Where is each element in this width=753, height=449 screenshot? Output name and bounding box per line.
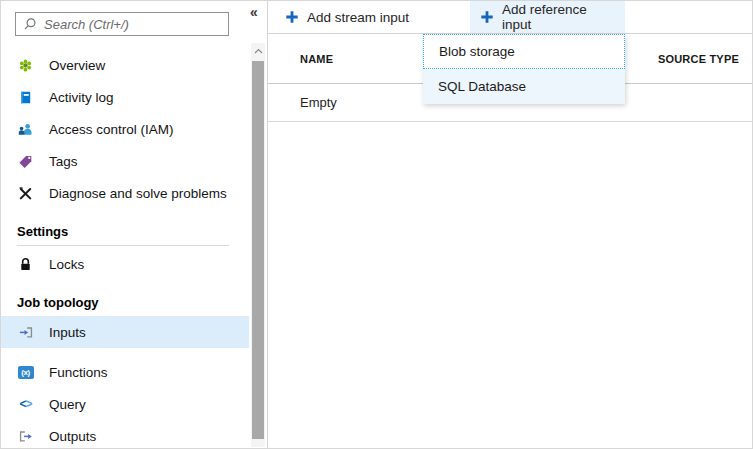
- sidebar-item-inputs[interactable]: Inputs: [1, 316, 249, 348]
- nav-spacer: [1, 348, 249, 356]
- activity-log-icon: [17, 89, 34, 105]
- output-arrow-icon: [17, 428, 34, 444]
- sidebar-item-query[interactable]: <> Query: [1, 388, 249, 420]
- add-reference-input-button[interactable]: Add reference input: [470, 1, 625, 33]
- search-icon: [23, 17, 37, 31]
- sidebar-item-label: Access control (IAM): [49, 122, 174, 137]
- sidebar-item-overview[interactable]: Overview: [1, 49, 249, 81]
- people-icon: [17, 121, 34, 137]
- plus-icon: [480, 10, 494, 24]
- search-input[interactable]: [44, 17, 221, 32]
- sidebar-nav: Overview Activity log: [1, 49, 249, 449]
- section-divider: [17, 245, 229, 246]
- sidebar-item-access-control[interactable]: Access control (IAM): [1, 113, 249, 145]
- command-bar: Add stream input Add reference input: [268, 1, 752, 34]
- menu-item-blob-storage[interactable]: Blob storage: [423, 34, 625, 69]
- input-arrow-icon: [17, 324, 34, 340]
- sidebar-item-label: Activity log: [49, 90, 114, 105]
- tag-icon: [17, 153, 34, 169]
- sidebar-item-label: Functions: [49, 365, 108, 380]
- sidebar-item-label: Overview: [49, 58, 105, 73]
- add-stream-input-button[interactable]: Add stream input: [273, 1, 470, 33]
- add-stream-input-label: Add stream input: [307, 10, 409, 25]
- column-header-source-type: SOURCE TYPE: [658, 53, 739, 65]
- sidebar: « Overview: [1, 1, 268, 448]
- sidebar-item-outputs[interactable]: Outputs: [1, 420, 249, 449]
- sidebar-item-label: Locks: [49, 257, 84, 272]
- sidebar-item-locks[interactable]: Locks: [1, 248, 249, 280]
- scroll-up-icon[interactable]: [251, 43, 265, 59]
- empty-row-label: Empty: [300, 95, 337, 110]
- overview-icon: [17, 57, 34, 73]
- sidebar-section-job-topology: Job topology: [1, 288, 249, 316]
- sidebar-item-tags[interactable]: Tags: [1, 145, 249, 177]
- reference-input-menu: Blob storage SQL Database: [423, 34, 625, 104]
- sidebar-item-label: Diagnose and solve problems: [49, 186, 227, 201]
- sidebar-item-label: Outputs: [49, 429, 96, 444]
- sidebar-item-activity-log[interactable]: Activity log: [1, 81, 249, 113]
- azure-portal-blade: « Overview: [0, 0, 753, 449]
- sidebar-scrollbar[interactable]: [251, 43, 265, 447]
- plus-icon: [285, 10, 299, 24]
- collapse-sidebar-icon[interactable]: «: [246, 4, 262, 20]
- sidebar-item-label: Inputs: [49, 325, 86, 340]
- sidebar-item-label: Tags: [49, 154, 78, 169]
- sidebar-section-settings: Settings: [1, 217, 249, 245]
- menu-item-sql-database[interactable]: SQL Database: [423, 69, 625, 104]
- code-brackets-icon: <>: [17, 396, 34, 412]
- scrollbar-thumb[interactable]: [252, 61, 264, 439]
- function-badge-icon: (x): [17, 364, 34, 380]
- sidebar-item-functions[interactable]: (x) Functions: [1, 356, 249, 388]
- add-reference-input-label: Add reference input: [502, 2, 615, 32]
- column-header-name: NAME: [300, 53, 333, 65]
- sidebar-item-diagnose[interactable]: Diagnose and solve problems: [1, 177, 249, 209]
- tools-icon: [17, 185, 34, 201]
- lock-icon: [17, 256, 34, 272]
- sidebar-search[interactable]: [15, 12, 229, 36]
- inputs-blade-content: Add stream input Add reference input NAM…: [268, 1, 752, 448]
- sidebar-item-label: Query: [49, 397, 86, 412]
